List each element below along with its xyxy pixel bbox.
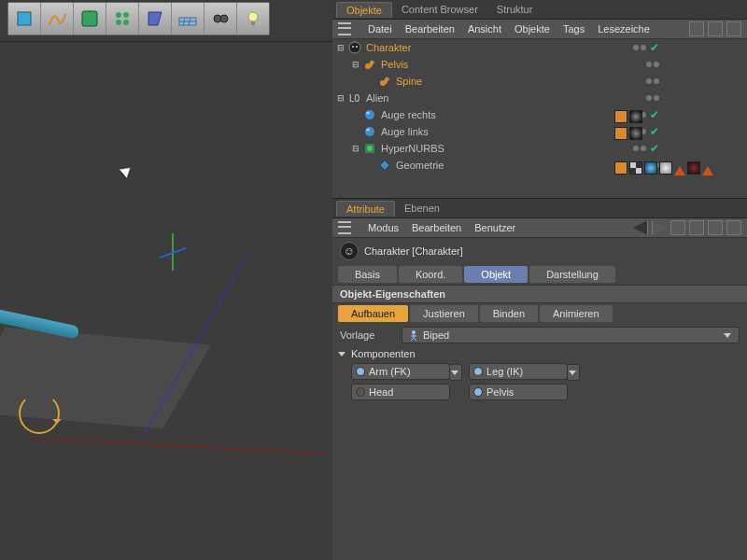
tree-item-label[interactable]: Auge rechts bbox=[379, 109, 438, 120]
tool-nurbs[interactable] bbox=[74, 3, 106, 35]
tree-item-label[interactable]: Charakter bbox=[364, 42, 413, 53]
svg-text:L0: L0 bbox=[349, 93, 360, 104]
obj-home-icon[interactable] bbox=[708, 21, 723, 36]
attr-search-icon[interactable] bbox=[689, 220, 704, 235]
tree-toggle[interactable]: ⊟ bbox=[351, 144, 360, 153]
tag-strip-auge-links[interactable] bbox=[614, 127, 642, 140]
tree-toggle[interactable]: ⊟ bbox=[351, 60, 360, 69]
visibility-dots[interactable]: ✔ bbox=[633, 112, 743, 118]
attr-new-icon[interactable] bbox=[726, 220, 741, 235]
menu-bearbeiten-2[interactable]: Bearbeiten bbox=[412, 222, 461, 233]
visibility-dots[interactable] bbox=[646, 78, 743, 84]
tree-row[interactable]: ⊟Pelvis bbox=[332, 56, 747, 73]
tab-darstellung[interactable]: Darstellung bbox=[529, 266, 615, 283]
tree-toggle[interactable]: ⊟ bbox=[336, 43, 345, 52]
disclosure-komponenten[interactable]: Komponenten bbox=[332, 346, 747, 361]
tool-array[interactable] bbox=[106, 3, 139, 35]
tree-item-label[interactable]: Auge links bbox=[379, 126, 430, 137]
tag-strip-geometrie[interactable] bbox=[614, 161, 713, 175]
visibility-dots[interactable] bbox=[646, 62, 743, 67]
attr-nav-fwd-icon[interactable] bbox=[652, 220, 667, 235]
poly-icon bbox=[378, 159, 391, 172]
tab-koord[interactable]: Koord. bbox=[399, 266, 462, 283]
menu-ansicht[interactable]: Ansicht bbox=[468, 23, 501, 35]
dropdown-vorlage[interactable]: Biped bbox=[402, 327, 740, 343]
subtab-aufbauen[interactable]: Aufbauen bbox=[338, 305, 408, 322]
tab-basis[interactable]: Basis bbox=[338, 266, 397, 283]
visibility-dots[interactable]: ✔ bbox=[633, 129, 743, 134]
component-head[interactable]: Head bbox=[351, 384, 450, 400]
component-leg-ik-[interactable]: Leg (IK) bbox=[469, 363, 568, 380]
chevron-down-icon[interactable] bbox=[567, 364, 580, 381]
obj-eye-icon[interactable] bbox=[726, 21, 741, 36]
menu-datei[interactable]: Datei bbox=[368, 23, 392, 35]
tool-light[interactable] bbox=[237, 3, 269, 35]
subtab-justieren[interactable]: Justieren bbox=[410, 305, 478, 322]
menu-benutzer[interactable]: Benutzer bbox=[474, 222, 515, 233]
menu-bearbeiten[interactable]: Bearbeiten bbox=[405, 23, 455, 35]
menu-modus[interactable]: Modus bbox=[368, 222, 399, 233]
visibility-dots[interactable] bbox=[646, 95, 743, 101]
tool-deformer[interactable] bbox=[139, 3, 172, 35]
svg-point-4 bbox=[116, 20, 121, 25]
component-label: Pelvis bbox=[486, 386, 514, 398]
tab-struktur[interactable]: Struktur bbox=[487, 2, 543, 17]
tree-item-label[interactable]: Geometrie bbox=[394, 160, 445, 171]
tree-item-label[interactable]: HyperNURBS bbox=[379, 143, 446, 154]
tree-row[interactable]: ⊟L0Alien bbox=[332, 90, 747, 106]
tab-objekt[interactable]: Objekt bbox=[464, 266, 528, 283]
tool-cube[interactable] bbox=[8, 3, 41, 35]
tree-row[interactable]: Auge links✔ bbox=[332, 123, 747, 140]
tab-ebenen[interactable]: Ebenen bbox=[395, 201, 449, 216]
chevron-down-icon[interactable] bbox=[449, 364, 462, 381]
subtab-animieren[interactable]: Animieren bbox=[540, 305, 613, 322]
visibility-dots[interactable]: ✔ bbox=[633, 146, 743, 151]
menu-lesezeichen[interactable]: Lesezeiche bbox=[598, 23, 650, 35]
label-vorlage: Vorlage bbox=[340, 329, 396, 341]
attr-up-icon[interactable] bbox=[670, 220, 685, 235]
character-icon: ☺ bbox=[340, 242, 359, 260]
svg-point-27 bbox=[367, 146, 373, 151]
subtab-binden[interactable]: Binden bbox=[480, 305, 538, 322]
svg-point-22 bbox=[365, 110, 374, 119]
hamburger-icon[interactable] bbox=[338, 221, 351, 234]
visibility-dots[interactable]: ✔ bbox=[633, 45, 743, 50]
tool-spline[interactable] bbox=[41, 3, 74, 35]
svg-point-24 bbox=[365, 127, 374, 136]
menu-objekte[interactable]: Objekte bbox=[514, 23, 550, 35]
svg-point-11 bbox=[220, 15, 228, 22]
tree-row[interactable]: ⊟HyperNURBS✔ bbox=[332, 140, 747, 157]
tree-row[interactable]: ⊟Charakter✔ bbox=[332, 39, 747, 56]
component-pelvis[interactable]: Pelvis bbox=[469, 384, 568, 400]
attr-lock-icon[interactable] bbox=[708, 220, 723, 235]
tool-camera[interactable] bbox=[204, 3, 237, 35]
biped-icon bbox=[408, 329, 419, 341]
svg-rect-13 bbox=[251, 21, 255, 25]
object-hierarchy[interactable]: ⊟Charakter✔⊟PelvisSpine⊟L0AlienAuge rech… bbox=[332, 39, 747, 199]
component-arm-fk-[interactable]: Arm (FK) bbox=[351, 363, 450, 380]
tab-content-browser[interactable]: Content Browser bbox=[392, 2, 487, 17]
tag-strip-auge-rechts[interactable] bbox=[614, 110, 642, 123]
tab-objekte[interactable]: Objekte bbox=[336, 2, 392, 18]
tree-row[interactable]: Auge rechts✔ bbox=[332, 106, 747, 123]
menu-tags[interactable]: Tags bbox=[563, 23, 585, 35]
rotate-ring[interactable] bbox=[19, 393, 60, 434]
hamburger-icon[interactable] bbox=[338, 22, 351, 35]
vorlage-value: Biped bbox=[423, 329, 449, 341]
chevron-down-icon bbox=[724, 333, 731, 338]
tree-item-label[interactable]: Spine bbox=[394, 76, 424, 87]
tree-item-label[interactable]: Alien bbox=[364, 92, 390, 104]
row-vorlage: Vorlage Biped bbox=[332, 324, 747, 346]
move-gizmo[interactable] bbox=[159, 243, 187, 271]
tab-attribute[interactable]: Attribute bbox=[336, 201, 395, 217]
component-label: Leg (IK) bbox=[486, 366, 523, 377]
tree-row[interactable]: Spine bbox=[332, 73, 747, 90]
tree-item-label[interactable]: Pelvis bbox=[379, 59, 410, 70]
obj-search-icon[interactable] bbox=[689, 21, 704, 36]
tree-toggle[interactable]: ⊟ bbox=[336, 93, 345, 103]
svg-line-33 bbox=[414, 338, 416, 341]
attr-nav-back-icon[interactable] bbox=[633, 220, 648, 235]
tool-floor[interactable] bbox=[172, 3, 204, 35]
viewport-3d[interactable] bbox=[0, 41, 332, 560]
character-icon bbox=[348, 41, 361, 54]
